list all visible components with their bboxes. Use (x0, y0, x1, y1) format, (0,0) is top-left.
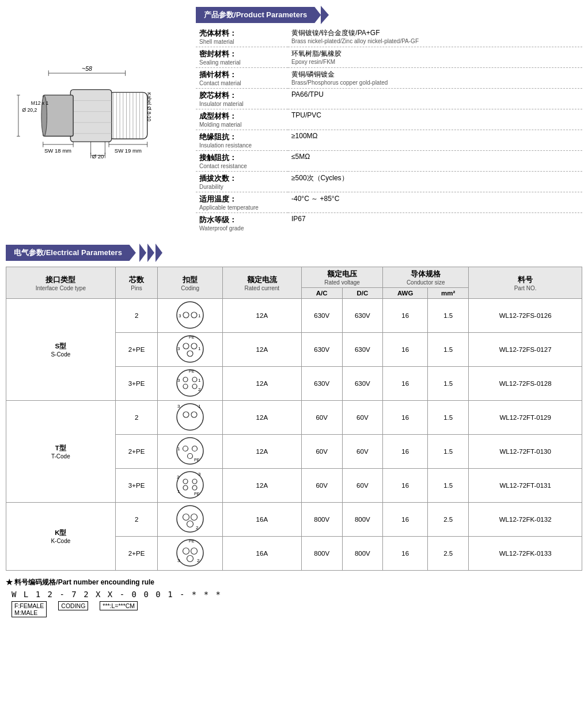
table-row: K型K-Code2216A800V800V162.5WL12-72FK-0132 (6, 503, 582, 537)
param-label-cn: 胶芯材料： (199, 90, 284, 101)
svg-text:Ø 20: Ø 20 (92, 153, 104, 159)
pins-cell: 2+PE (115, 435, 158, 469)
svg-point-56 (192, 377, 197, 382)
coding-rule-section: ★ 料号编码规格/Part number encounding rule W L… (6, 578, 582, 617)
dc-voltage-cell: 630V (342, 299, 383, 333)
param-label-cn: 壳体材料： (199, 28, 284, 39)
param-row: 绝缘阻抗： Insulation resistance ≥100MΩ (196, 130, 582, 151)
param-label-cn: 密封材料： (199, 49, 284, 59)
dc-voltage-cell: 630V (342, 367, 383, 401)
coding-cell: PE312 (158, 367, 222, 401)
awg-cell: 16 (383, 299, 428, 333)
coding-cell: 2 (158, 503, 222, 537)
param-row: 防水等级： Waterproof grade IP67 (196, 213, 582, 234)
param-label-cn: 绝缘阻抗： (199, 132, 284, 142)
elec-header-en: Electrical Parameters (46, 248, 122, 257)
svg-point-76 (192, 479, 197, 484)
param-row: 接触阻抗： Contact resistance ≤5MΩ (196, 151, 582, 172)
svg-text:2: 2 (177, 475, 180, 480)
product-params-cn: 产品参数 (204, 10, 234, 19)
svg-point-84 (183, 514, 189, 521)
part-no-cell: WL12-72FK-0133 (469, 537, 582, 571)
param-label-en: Molding material (199, 122, 284, 128)
rated-current-cell: 12A (222, 401, 301, 435)
svg-point-85 (191, 514, 198, 521)
param-label-en: Sealing material (199, 59, 284, 66)
arrow2 (147, 244, 154, 262)
product-params-table: 壳体材料： Shell material 黄铜镀镍/锌合金度镍/PA+GF Br… (196, 26, 582, 233)
svg-text:1: 1 (177, 489, 180, 494)
svg-point-70 (192, 446, 198, 451)
pins-cell: 2+PE (115, 333, 158, 367)
rule-annotations: F:FEMALEM:MALE CODING ***:L=***CM (12, 601, 582, 617)
svg-text:1: 1 (198, 313, 201, 318)
interface-type-cell: T型T-Code (6, 401, 116, 503)
svg-point-71 (188, 454, 193, 459)
ac-voltage-cell: 800V (301, 537, 342, 571)
svg-text:SW 18 mm: SW 18 mm (44, 147, 71, 154)
part-no-cell: WL12-72FT-0131 (469, 469, 582, 503)
rated-current-cell: 12A (222, 435, 301, 469)
svg-text:SW 19 mm: SW 19 mm (115, 147, 142, 154)
param-label-en: Shell material (199, 39, 284, 45)
svg-text:Ø 20,2: Ø 20,2 (22, 107, 37, 112)
part-no-cell: WL12-72FK-0132 (469, 503, 582, 537)
param-label-en: Contact resistance (199, 163, 284, 169)
ac-voltage-cell: 60V (301, 469, 342, 503)
svg-point-58 (192, 384, 197, 389)
coding-box: CODING (58, 601, 88, 610)
part-no-cell: WL12-72FS-0126 (469, 299, 582, 333)
mm2-cell: 1.5 (428, 367, 469, 401)
th-rated-current: 额定电流 Rated current (222, 267, 301, 299)
param-value-cn: ≤5MΩ (291, 153, 579, 161)
product-params-header: 产品参数/Product Parameters (196, 6, 582, 24)
pins-cell: 3+PE (115, 469, 158, 503)
param-label-cn: 插拔次数： (199, 173, 284, 184)
param-label-en: Durability (199, 184, 284, 190)
dc-voltage-cell: 630V (342, 333, 383, 367)
coding-rule-diagram: W L 1 2 - 7 2 X X - 0 0 0 1 - * * * F:FE… (6, 590, 582, 617)
th-part-no: 料号 Part NO. (469, 267, 582, 299)
mm2-cell: 1.5 (428, 435, 469, 469)
svg-point-57 (183, 384, 188, 389)
svg-text:1: 1 (198, 378, 201, 383)
th-ac: A/C (301, 288, 342, 299)
th-pins: 芯数 Pins (115, 267, 158, 299)
rated-current-cell: 16A (222, 503, 301, 537)
product-params-en: Product Parameters (236, 10, 308, 19)
svg-text:3: 3 (179, 313, 181, 318)
svg-point-75 (183, 479, 188, 484)
th-coding: 扣型 Coding (158, 267, 222, 299)
param-value-cn: PA66/TPU (291, 90, 579, 98)
th-interface-type: 接口类型 Interface Code type (6, 267, 116, 299)
coding-rule-title: ★ 料号编码规格/Part number encounding rule (6, 578, 582, 587)
param-value-en: Brass nickel-plated/Zinc alloy nickel-pl… (291, 38, 579, 44)
svg-text:PE: PE (189, 335, 195, 339)
length-box: ***:L=***CM (100, 601, 138, 610)
mm2-cell: 2.5 (428, 503, 469, 537)
param-value-cn: ≥500次（Cycles） (291, 173, 579, 183)
svg-point-64 (183, 412, 189, 417)
svg-text:2: 2 (198, 387, 201, 392)
mm2-cell: 1.5 (428, 299, 469, 333)
param-row: 壳体材料： Shell material 黄铜镀镍/锌合金度镍/PA+GF Br… (196, 26, 582, 47)
svg-point-77 (183, 485, 188, 490)
param-label-en: Insulation resistance (199, 142, 284, 149)
svg-text:~58: ~58 (82, 66, 92, 72)
pins-cell: 2 (115, 299, 158, 333)
electrical-table: 接口类型 Interface Code type 芯数 Pins 扣型 Codi… (6, 267, 582, 571)
part-no-cell: WL12-72FT-0130 (469, 435, 582, 469)
svg-text:PE: PE (189, 369, 195, 373)
svg-rect-16 (70, 89, 111, 141)
param-row: 插拔次数： Durability ≥500次（Cycles） (196, 172, 582, 192)
awg-cell: 16 (383, 333, 428, 367)
param-row: 插针材料： Contact material 黄铜/磷铜镀金 Brass/Pho… (196, 68, 582, 89)
svg-text:3: 3 (177, 378, 180, 383)
pins-cell: 2+PE (115, 537, 158, 571)
svg-text:M12 x 1: M12 x 1 (31, 100, 49, 106)
svg-point-91 (187, 556, 194, 562)
coding-cell: PE1 (158, 435, 222, 469)
svg-point-78 (192, 485, 197, 490)
param-value-cn: -40°C ～ +85°C (291, 194, 579, 204)
svg-text:PE: PE (194, 458, 200, 462)
